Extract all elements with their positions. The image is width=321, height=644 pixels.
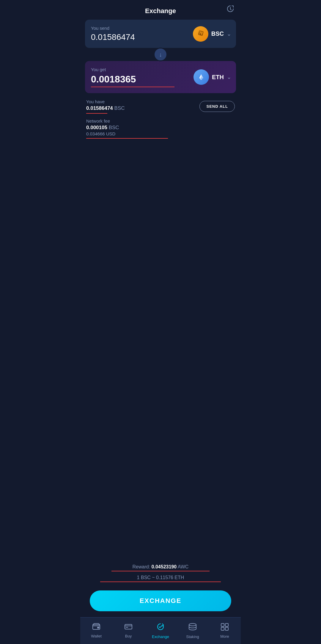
network-fee-row: Network fee 0.000105 BSC 0.034666 USD (86, 118, 235, 139)
eth-icon (193, 69, 209, 85)
get-amount-underline (91, 87, 174, 87)
network-fee-value: 0.000105 BSC (86, 125, 235, 131)
nav-item-exchange[interactable]: Exchange (144, 618, 177, 644)
reward-underline (111, 571, 210, 571)
swap-button-container: ↓ (85, 48, 236, 61)
reward-section: Reward: 0.04523190 AWC 1 BSC ~ 0.11576 E… (85, 558, 236, 587)
you-have-label: You have (86, 99, 125, 104)
you-have-row: You have 0.01586474 BSC SEND ALL (86, 99, 235, 114)
get-chevron-icon[interactable]: ⌄ (227, 74, 231, 80)
nav-item-wallet[interactable]: Wallet (80, 618, 112, 644)
you-have-underline (86, 113, 107, 114)
svg-rect-16 (221, 623, 224, 626)
staking-icon (189, 623, 196, 633)
svg-rect-18 (221, 627, 224, 630)
swap-arrow-icon: ↓ (159, 51, 162, 58)
rate-underline (100, 582, 221, 582)
send-all-button[interactable]: SEND ALL (199, 101, 235, 112)
svg-point-15 (189, 623, 196, 626)
you-have-value: 0.01586474 BSC (86, 105, 125, 111)
svg-rect-11 (97, 627, 99, 629)
send-card: You send 0.01586474 BSC ⌄ (85, 20, 236, 48)
send-currency-name: BSC (211, 30, 224, 37)
more-icon (221, 623, 229, 632)
bsc-icon (193, 26, 208, 42)
rate-text: 1 BSC ~ 0.11576 ETH (85, 575, 236, 580)
wallet-icon (92, 623, 100, 632)
page-title: Exchange (145, 7, 176, 15)
main-content: You send 0.01586474 BSC ⌄ ↓ You get 0.00… (80, 20, 241, 617)
svg-rect-17 (225, 623, 228, 626)
send-currency-selector[interactable]: BSC ⌄ (193, 26, 231, 42)
svg-rect-12 (125, 624, 132, 629)
nav-item-more[interactable]: More (209, 618, 241, 644)
exchange-button[interactable]: EXCHANGE (90, 590, 231, 611)
nav-label-wallet: Wallet (91, 634, 102, 638)
reward-text: Reward: 0.04523190 AWC (85, 564, 236, 570)
nav-item-buy[interactable]: Buy (112, 618, 144, 644)
svg-marker-4 (201, 74, 203, 78)
get-card: You get 0.0018365 ETH ⌄ (85, 61, 236, 93)
nav-label-staking: Staking (186, 634, 199, 639)
send-chevron-icon[interactable]: ⌄ (227, 31, 231, 37)
bottom-nav: Wallet Buy Exchange (80, 617, 241, 644)
history-icon[interactable] (226, 4, 235, 15)
nav-label-exchange: Exchange (152, 634, 169, 639)
svg-rect-19 (225, 627, 228, 630)
network-fee-label: Network fee (86, 118, 235, 124)
svg-point-3 (200, 33, 201, 34)
svg-marker-5 (199, 74, 201, 78)
get-currency-name: ETH (212, 74, 224, 81)
nav-label-more: More (220, 634, 229, 639)
header: Exchange (80, 0, 241, 20)
exchange-btn-container: EXCHANGE (85, 587, 236, 617)
buy-icon (125, 623, 132, 632)
info-section: You have 0.01586474 BSC SEND ALL Network… (85, 93, 236, 149)
exchange-icon (156, 623, 165, 633)
swap-button[interactable]: ↓ (154, 48, 167, 61)
nav-label-buy: Buy (125, 634, 132, 638)
network-fee-usd: 0.034666 USD (86, 131, 235, 136)
network-fee-underline (86, 138, 168, 139)
nav-item-staking[interactable]: Staking (177, 618, 209, 644)
get-currency-selector[interactable]: ETH ⌄ (193, 69, 231, 85)
